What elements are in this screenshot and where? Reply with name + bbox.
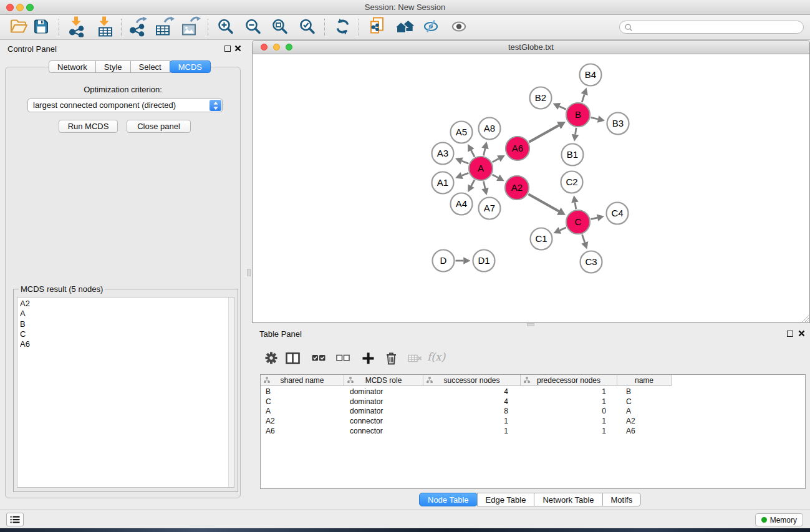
column-header[interactable]: successor nodes xyxy=(423,375,521,386)
table-panel-title: Table Panel xyxy=(259,329,302,339)
graph-node-label: A8 xyxy=(484,123,495,133)
first-neighbors-icon[interactable] xyxy=(395,19,415,36)
network-zoom-button[interactable] xyxy=(286,44,292,51)
graph-node-label: A2 xyxy=(511,182,523,193)
graph-node-label: C xyxy=(575,216,582,227)
criterion-select[interactable]: largest connected component (directed) xyxy=(27,99,223,112)
table-row[interactable]: Cdominator41C xyxy=(261,397,805,407)
zoom-fit-icon[interactable] xyxy=(271,17,289,37)
tab-network-table[interactable]: Network Table xyxy=(534,493,602,506)
table-cell: connector xyxy=(344,427,423,437)
mcds-result-item[interactable]: B xyxy=(20,319,234,329)
network-canvas[interactable]: B4B2BB3A5A8A6B1A3AA1C2A2A4A7C4CC1C3DD1 xyxy=(253,54,809,322)
scrollbar-track[interactable] xyxy=(228,297,234,487)
open-session-icon[interactable] xyxy=(9,18,28,36)
memory-status-icon xyxy=(761,517,767,523)
table-close-icon[interactable] xyxy=(798,329,805,339)
tab-network[interactable]: Network xyxy=(49,60,96,73)
delete-column-icon[interactable] xyxy=(408,354,422,364)
table-row[interactable]: A2connector11A2 xyxy=(261,417,805,427)
table-cell: A xyxy=(617,407,672,417)
column-header-filler xyxy=(672,375,805,386)
network-graph[interactable]: B4B2BB3A5A8A6B1A3AA1C2A2A4A7C4CC1C3DD1 xyxy=(253,54,809,322)
table-cell: dominator xyxy=(344,407,423,417)
tab-mcds[interactable]: MCDS xyxy=(170,60,211,73)
graph-node-label: A1 xyxy=(437,177,448,188)
column-header[interactable]: name xyxy=(617,375,672,386)
zoom-in-icon[interactable] xyxy=(217,17,234,37)
export-table-icon[interactable] xyxy=(155,16,175,38)
table-row[interactable]: Adominator80A xyxy=(261,407,805,417)
network-close-button[interactable] xyxy=(261,44,268,51)
export-network-icon[interactable] xyxy=(128,16,147,38)
tab-edge-table[interactable]: Edge Table xyxy=(477,493,535,506)
close-panel-icon[interactable] xyxy=(234,44,241,54)
column-header[interactable]: shared name xyxy=(261,375,344,386)
search-box[interactable] xyxy=(619,21,804,34)
zoom-selected-icon[interactable] xyxy=(299,17,316,37)
resize-grip-icon[interactable] xyxy=(801,314,809,322)
desktop-background xyxy=(0,528,810,532)
table-header-row: shared nameMCDS rolesuccessor nodesprede… xyxy=(261,375,805,386)
mcds-result-item[interactable]: A xyxy=(20,309,234,319)
show-panels-button[interactable] xyxy=(6,513,24,526)
mcds-result-item[interactable]: A6 xyxy=(20,339,234,349)
table-cell: 4 xyxy=(423,387,521,397)
close-window-button[interactable] xyxy=(6,4,14,11)
graph-node-label: B1 xyxy=(567,149,578,160)
mcds-result-item[interactable]: C xyxy=(20,329,234,339)
import-network-icon[interactable] xyxy=(67,16,85,39)
close-panel-button[interactable]: Close panel xyxy=(127,120,191,133)
window-title: Session: New Session xyxy=(0,0,810,14)
select-all-icon[interactable] xyxy=(312,354,325,364)
graph-node-label: C1 xyxy=(535,233,547,244)
table-settings-icon[interactable] xyxy=(265,352,277,366)
table-cell: C xyxy=(261,397,344,407)
network-minimize-button[interactable] xyxy=(273,44,280,51)
table-row[interactable]: Bdominator41B xyxy=(261,387,805,397)
tab-motifs[interactable]: Motifs xyxy=(602,493,642,506)
vertical-divider-grip[interactable] xyxy=(247,269,251,276)
select-stepper-icon[interactable] xyxy=(210,100,221,111)
window-titlebar: Session: New Session xyxy=(0,0,810,15)
table-float-icon[interactable] xyxy=(787,331,793,337)
export-image-icon[interactable] xyxy=(181,16,201,38)
tab-node-table[interactable]: Node Table xyxy=(419,493,478,506)
function-builder-icon[interactable]: f(x) xyxy=(427,351,445,363)
show-columns-icon[interactable] xyxy=(286,352,300,366)
graph-node-label: A5 xyxy=(456,127,467,137)
mcds-panel: Optimization criterion: largest connecte… xyxy=(5,67,241,498)
search-input[interactable] xyxy=(635,23,799,32)
zoom-window-button[interactable] xyxy=(26,4,34,11)
mcds-result-list[interactable]: A2ABCA6 xyxy=(17,297,234,488)
table-cell: 1 xyxy=(521,387,617,397)
zoom-out-icon[interactable] xyxy=(244,17,262,37)
memory-button[interactable]: Memory xyxy=(755,513,803,526)
tab-style[interactable]: Style xyxy=(95,60,131,73)
table-cell: dominator xyxy=(344,387,423,397)
table-cell: 8 xyxy=(423,407,521,417)
save-session-icon[interactable] xyxy=(33,18,49,36)
clone-network-icon[interactable] xyxy=(369,16,386,38)
network-window-title: testGlobe.txt xyxy=(253,41,809,54)
tab-select[interactable]: Select xyxy=(130,60,170,73)
minimize-window-button[interactable] xyxy=(16,4,24,11)
float-panel-icon[interactable] xyxy=(224,46,231,52)
table-cell: 4 xyxy=(423,397,521,407)
add-row-icon[interactable] xyxy=(362,352,374,366)
status-bar: Memory xyxy=(0,510,810,528)
table-row[interactable]: A6connector11A6 xyxy=(261,427,805,437)
mcds-result-item[interactable]: A2 xyxy=(20,299,234,309)
node-table: shared nameMCDS rolesuccessor nodesprede… xyxy=(260,374,806,489)
import-table-icon[interactable] xyxy=(95,16,113,39)
column-header[interactable]: predecessor nodes xyxy=(521,375,617,386)
horizontal-divider-grip[interactable] xyxy=(527,323,534,326)
refresh-icon[interactable] xyxy=(334,18,351,37)
run-mcds-button[interactable]: Run MCDS xyxy=(59,120,118,133)
column-header[interactable]: MCDS role xyxy=(344,375,423,386)
deselect-all-icon[interactable] xyxy=(336,354,350,364)
table-cell: 0 xyxy=(521,407,617,417)
delete-row-icon[interactable] xyxy=(385,352,397,367)
show-graphics-details-icon[interactable] xyxy=(451,19,466,36)
hide-graphics-details-icon[interactable] xyxy=(423,19,439,36)
